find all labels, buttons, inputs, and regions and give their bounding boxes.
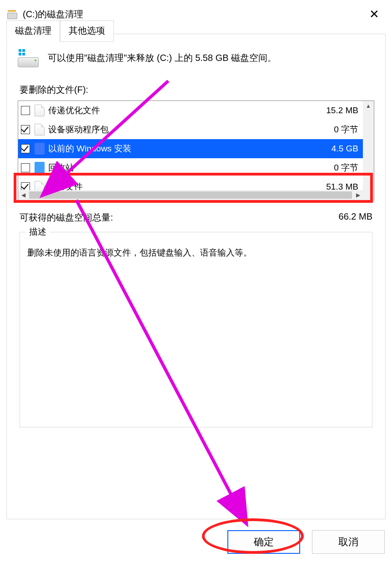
tab-other-options[interactable]: 其他选项	[60, 20, 114, 42]
file-label: 回收站	[48, 162, 329, 174]
tab-disk-cleanup[interactable]: 磁盘清理	[6, 20, 60, 42]
scroll-right-icon[interactable]: ▶	[353, 192, 363, 198]
file-list-row[interactable]: 传递优化文件15.2 MB	[18, 101, 363, 120]
checkbox[interactable]	[21, 106, 30, 115]
file-list-row[interactable]: 以前的 Windows 安装4.5 GB	[18, 139, 363, 158]
page-icon	[35, 124, 45, 135]
scroll-up-icon[interactable]: ▲	[363, 101, 374, 111]
horizontal-scrollbar[interactable]: ◀ ▶	[18, 190, 363, 200]
cancel-button[interactable]: 取消	[312, 530, 385, 554]
file-size: 4.5 GB	[327, 144, 358, 154]
scroll-thumb[interactable]	[29, 191, 352, 199]
files-to-delete-label: 要删除的文件(F):	[20, 84, 374, 96]
file-size: 0 字节	[329, 162, 358, 174]
file-label: 传递优化文件	[48, 105, 322, 116]
checkbox[interactable]	[21, 125, 30, 134]
file-label: 设备驱动程序包	[48, 124, 329, 135]
window-title: (C:)的磁盘清理	[23, 8, 363, 20]
total-space-value: 66.2 MB	[339, 211, 372, 224]
disk-cleanup-icon	[6, 9, 17, 20]
description-text: 删除未使用的语言资源文件，包括键盘输入、语音输入等。	[27, 246, 365, 260]
checkbox[interactable]	[21, 163, 30, 172]
vertical-scrollbar[interactable]: ▲ ▼	[363, 101, 374, 200]
scroll-left-icon[interactable]: ◀	[18, 192, 28, 198]
tab-bar: 磁盘清理 其他选项	[6, 20, 385, 42]
description-legend: 描述	[25, 226, 50, 238]
file-list-row[interactable]: 回收站0 字节	[18, 158, 363, 177]
bin-icon	[35, 162, 45, 174]
description-group: 描述 删除未使用的语言资源文件，包括键盘输入、语音输入等。	[20, 232, 372, 427]
drive-icon	[18, 52, 40, 68]
checkbox[interactable]	[21, 144, 30, 153]
file-list-row[interactable]: 设备驱动程序包0 字节	[18, 120, 363, 139]
file-label: 以前的 Windows 安装	[48, 143, 327, 155]
file-size: 15.2 MB	[322, 105, 358, 115]
folder-icon	[35, 143, 45, 155]
file-size: 0 字节	[329, 124, 358, 135]
dialog-body: 磁盘清理 其他选项 可以使用"磁盘清理"来释放 (C:) 上的 5.58 GB …	[6, 34, 386, 519]
file-list: 传递优化文件15.2 MB设备驱动程序包0 字节以前的 Windows 安装4.…	[18, 100, 374, 201]
total-space-label: 可获得的磁盘空间总量:	[20, 211, 113, 224]
intro-text: 可以使用"磁盘清理"来释放 (C:) 上的 5.58 GB 磁盘空间。	[48, 50, 276, 65]
page-icon	[35, 105, 45, 116]
ok-button[interactable]: 确定	[227, 530, 300, 554]
